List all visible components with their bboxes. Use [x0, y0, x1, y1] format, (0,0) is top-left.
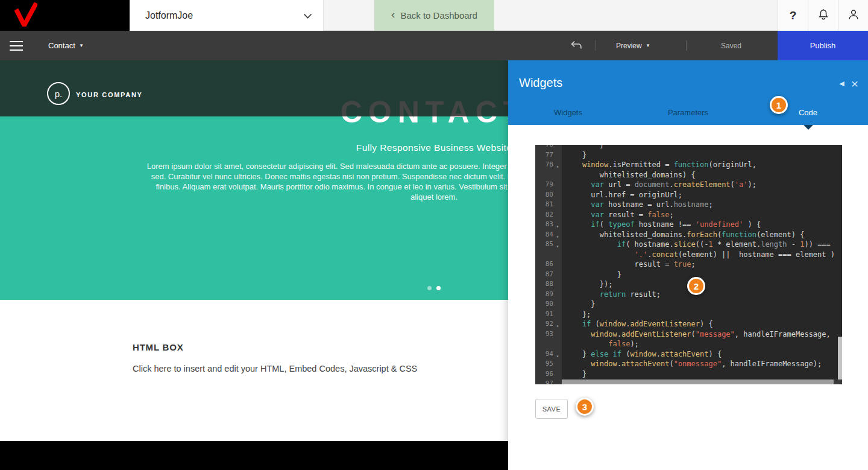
- back-to-dashboard-button[interactable]: ‹ Back to Dashboard: [374, 0, 494, 31]
- company-logo[interactable]: p.: [47, 82, 70, 105]
- company-monogram: p.: [55, 89, 63, 99]
- code-line[interactable]: 92▾ if (window.addEventListener) {: [535, 319, 842, 329]
- verizon-check-icon: [14, 2, 37, 29]
- code-line[interactable]: 85▾ if( hostname.slice((-1 * element.len…: [535, 240, 842, 250]
- code-line[interactable]: 79 var url = document.createElement('a')…: [535, 180, 842, 190]
- active-tab-caret-icon: [804, 125, 813, 130]
- code-rows: 76 }77 }78▾ window.isPermitted = functio…: [535, 145, 842, 384]
- person-icon: [847, 8, 860, 24]
- site-preview: CONTACT Fully Responsive Business Websit…: [0, 60, 868, 470]
- code-line[interactable]: 91 };: [535, 310, 842, 320]
- builder-toolbar: Contact ▾ Preview ▾ Saved Publish: [0, 31, 868, 60]
- code-line[interactable]: 90 }: [535, 299, 842, 310]
- code-line[interactable]: 94▾ } else if (window.attachEvent) {: [535, 349, 842, 360]
- panel-header-icons: ◀ ×: [839, 77, 858, 90]
- code-line[interactable]: 86 result = true;: [535, 259, 842, 270]
- code-line[interactable]: 77 }: [535, 150, 842, 160]
- horizontal-scrollbar[interactable]: [562, 379, 834, 384]
- code-line[interactable]: 76 }: [535, 145, 842, 150]
- code-line[interactable]: 80 url.href = originUrl;: [535, 190, 842, 200]
- code-line[interactable]: 93 window.addEventListener("message", ha…: [535, 329, 842, 340]
- undo-button[interactable]: [570, 40, 582, 52]
- annotation-badge-3: 3: [576, 398, 594, 416]
- code-line[interactable]: 78▾ window.isPermitted = function(origin…: [535, 160, 842, 170]
- carousel-dot[interactable]: [427, 286, 432, 290]
- panel-tabs: Widgets Parameters Code: [508, 100, 868, 125]
- hamburger-icon: [10, 41, 23, 42]
- topbar: JotformJoe ‹ Back to Dashboard ?: [0, 0, 868, 31]
- account-button[interactable]: [838, 0, 868, 31]
- code-line[interactable]: whitelisted_domains) {: [535, 170, 842, 180]
- toolbar-separator: [596, 40, 596, 51]
- annotation-badge-2: 2: [687, 277, 705, 295]
- collapse-panel-button[interactable]: ◀: [839, 80, 844, 87]
- tab-code[interactable]: Code: [748, 100, 868, 125]
- code-line[interactable]: 81 var hostname = url.hostname;: [535, 200, 842, 210]
- help-icon: ?: [790, 9, 797, 22]
- code-editor[interactable]: 76 }77 }78▾ window.isPermitted = functio…: [535, 145, 842, 384]
- code-line[interactable]: '.'.concat(element) || hostname === elem…: [535, 250, 842, 260]
- code-line[interactable]: 83▾ if( typeof hostname !== 'undefined' …: [535, 220, 842, 230]
- html-box-title: HTML BOX: [133, 342, 183, 352]
- annotation-badge-1: 1: [770, 96, 788, 114]
- undo-icon: [570, 42, 582, 52]
- chevron-down-icon: ▾: [80, 43, 83, 48]
- notifications-button[interactable]: [808, 0, 838, 31]
- page-dropdown[interactable]: Contact ▾: [48, 31, 83, 60]
- back-to-dashboard-label: Back to Dashboard: [400, 10, 477, 21]
- preview-label: Preview: [616, 42, 642, 50]
- verizon-logo[interactable]: [0, 0, 130, 31]
- code-line[interactable]: 96 }: [535, 369, 842, 379]
- save-status: Saved: [721, 31, 741, 60]
- publish-button[interactable]: Publish: [778, 31, 868, 60]
- code-line[interactable]: 84▾ whitelisted_domains.forEach(function…: [535, 230, 842, 240]
- html-box-description: Click here to insert and edit your HTML,…: [133, 364, 417, 373]
- widgets-panel: Widgets ◀ × Widgets Parameters Code 76 }…: [508, 60, 868, 470]
- close-panel-button[interactable]: ×: [851, 77, 858, 90]
- code-line[interactable]: 87 }: [535, 270, 842, 280]
- page-name: Contact: [48, 41, 75, 50]
- save-button[interactable]: SAVE: [535, 399, 568, 419]
- tab-parameters[interactable]: Parameters: [628, 100, 748, 125]
- chevron-down-icon: ▾: [647, 43, 650, 48]
- panel-title: Widgets: [519, 76, 562, 90]
- site-dropdown[interactable]: JotformJoe: [130, 0, 324, 31]
- code-line[interactable]: 95 window.attachEvent("onmessage", handl…: [535, 359, 842, 369]
- widgets-panel-header: Widgets ◀ × Widgets Parameters Code: [508, 60, 868, 125]
- screen: JotformJoe ‹ Back to Dashboard ?: [0, 0, 868, 470]
- chevron-down-icon: [303, 10, 312, 21]
- topbar-icons: ?: [778, 0, 868, 31]
- toolbar-separator: [686, 40, 687, 51]
- carousel-dot-active[interactable]: [436, 286, 441, 290]
- preview-dropdown[interactable]: Preview ▾: [616, 31, 649, 60]
- company-name: YOUR COMPANY: [76, 91, 143, 98]
- horizontal-scrollbar-track: [562, 379, 842, 384]
- bell-icon: [817, 8, 830, 24]
- menu-button[interactable]: [10, 41, 23, 54]
- site-name: JotformJoe: [145, 10, 193, 21]
- code-line[interactable]: false);: [535, 339, 842, 349]
- code-line[interactable]: 82 var result = false;: [535, 210, 842, 220]
- help-button[interactable]: ?: [778, 0, 808, 31]
- chevron-left-icon: ‹: [391, 8, 395, 21]
- tab-widgets[interactable]: Widgets: [508, 100, 628, 125]
- vertical-scrollbar[interactable]: [838, 337, 842, 381]
